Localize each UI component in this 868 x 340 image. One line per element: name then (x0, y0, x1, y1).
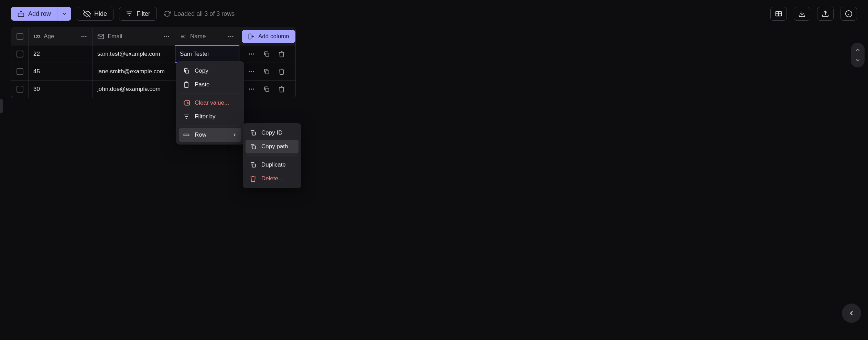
side-handle[interactable] (0, 99, 3, 113)
filter-icon (183, 113, 190, 120)
trash-icon (278, 86, 285, 93)
hide-button[interactable]: Hide (77, 7, 113, 21)
svg-rect-34 (266, 53, 269, 56)
copy-icon (263, 51, 270, 57)
toolbar-right (770, 7, 857, 21)
ctx-copy[interactable]: Copy (179, 64, 241, 78)
ctx-row[interactable]: Row (179, 128, 241, 142)
row-duplicate-button[interactable] (262, 67, 271, 76)
row-actions (239, 45, 286, 63)
age-header-label: Age (44, 33, 54, 40)
cell-email[interactable]: john.doe@example.com (93, 81, 175, 98)
view-button[interactable] (770, 7, 787, 21)
ctx-paste[interactable]: Paste (179, 78, 241, 92)
row-more-button[interactable] (247, 67, 256, 76)
ctx-copy-id[interactable]: Copy ID (246, 126, 299, 140)
add-row-split-button: Add row (11, 7, 71, 21)
trash-icon (278, 68, 285, 75)
eye-off-icon (83, 10, 91, 18)
row-nav (851, 43, 865, 67)
more-icon[interactable] (80, 33, 87, 40)
row-actions (239, 63, 286, 80)
row-more-button[interactable] (247, 85, 256, 93)
export-button[interactable] (817, 7, 834, 21)
info-icon (845, 10, 853, 18)
copy-icon (250, 161, 257, 168)
row-checkbox[interactable] (11, 81, 29, 98)
add-column-icon (248, 33, 255, 40)
table-row: 45 jane.smith@example.com (11, 63, 295, 81)
row-delete-button[interactable] (278, 67, 286, 76)
ctx-filter-by[interactable]: Filter by (179, 110, 241, 124)
cell-age[interactable]: 30 (29, 81, 93, 98)
svg-point-20 (166, 36, 167, 37)
add-column-button[interactable]: Add column (242, 30, 295, 43)
ctx-copy-path[interactable]: Copy path (246, 140, 299, 153)
column-header-name[interactable]: Name (175, 28, 239, 45)
row-delete-button[interactable] (278, 85, 286, 93)
refresh-icon (164, 10, 171, 17)
filter-icon (126, 10, 133, 18)
select-all-cell[interactable] (11, 28, 29, 45)
row-actions (239, 81, 286, 98)
email-icon (97, 33, 104, 40)
cell-age[interactable]: 45 (29, 63, 93, 80)
clear-icon (183, 99, 190, 106)
checkbox-icon (17, 86, 23, 93)
more-icon[interactable] (227, 33, 234, 40)
row-more-button[interactable] (247, 50, 256, 58)
svg-point-41 (253, 88, 254, 89)
svg-point-16 (83, 36, 84, 37)
svg-rect-28 (249, 34, 251, 39)
cell-name[interactable]: Sam Tester (175, 45, 239, 63)
ctx-clear[interactable]: Clear value... (179, 96, 241, 110)
import-button[interactable] (794, 7, 810, 21)
row-delete-button[interactable] (278, 50, 286, 58)
load-status: Loaded all 3 of 3 rows (164, 10, 235, 18)
row-checkbox[interactable] (11, 63, 29, 80)
row-checkbox[interactable] (11, 45, 29, 63)
svg-point-19 (164, 36, 165, 37)
row-submenu: Copy ID Copy path Duplicate Delete... (243, 123, 301, 188)
cell-email[interactable]: jane.smith@example.com (93, 63, 175, 80)
svg-point-35 (249, 71, 250, 72)
more-icon[interactable] (163, 33, 170, 40)
cell-age[interactable]: 22 (29, 45, 93, 63)
nav-down-button[interactable] (853, 55, 863, 65)
row-duplicate-button[interactable] (262, 85, 271, 93)
add-row-icon (17, 10, 25, 18)
svg-rect-53 (252, 146, 256, 149)
svg-point-36 (251, 71, 252, 72)
svg-point-17 (85, 36, 86, 37)
trash-icon (278, 51, 285, 57)
info-button[interactable] (840, 7, 857, 21)
row-duplicate-button[interactable] (262, 50, 271, 58)
paste-icon (183, 81, 190, 88)
table-icon (775, 10, 782, 18)
copy-icon (183, 67, 190, 74)
ctx-delete-label: Delete... (261, 175, 283, 182)
svg-point-27 (232, 36, 233, 37)
panel-toggle-fab[interactable] (842, 304, 861, 323)
svg-rect-42 (266, 88, 269, 92)
nav-up-button[interactable] (853, 45, 863, 55)
chevron-up-icon (855, 47, 861, 53)
svg-point-31 (249, 53, 250, 54)
add-row-button[interactable]: Add row (11, 7, 57, 21)
data-table: 123Age Email Name Add column 22 sam.test… (11, 28, 296, 98)
checkbox-icon (17, 33, 23, 40)
ctx-duplicate[interactable]: Duplicate (246, 158, 299, 172)
svg-rect-38 (266, 71, 269, 74)
add-row-dropdown[interactable] (57, 7, 71, 21)
cell-email[interactable]: sam.test@example.com (93, 45, 175, 63)
ctx-delete[interactable]: Delete... (246, 172, 299, 185)
text-icon (180, 33, 187, 40)
separator (180, 94, 240, 94)
column-header-email[interactable]: Email (93, 28, 175, 45)
svg-point-39 (249, 88, 250, 89)
svg-rect-52 (252, 132, 256, 135)
column-header-age[interactable]: 123Age (29, 28, 93, 45)
separator (247, 156, 297, 156)
chevron-left-icon (848, 309, 855, 317)
filter-button[interactable]: Filter (119, 7, 157, 21)
